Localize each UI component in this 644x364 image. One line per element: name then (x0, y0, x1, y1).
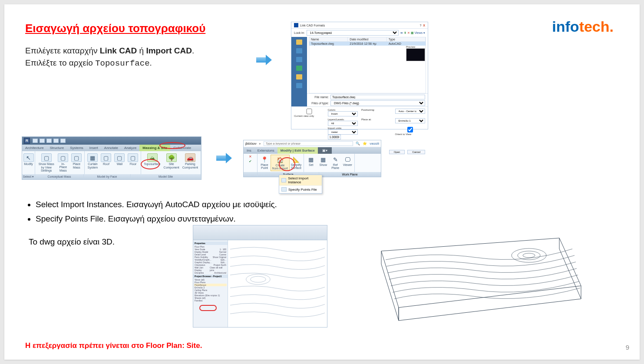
specify-points-file-item[interactable]: Specify Points File (279, 186, 322, 193)
units-scale-input[interactable] (328, 135, 341, 139)
current-view-checkbox[interactable] (294, 109, 324, 114)
toposurface-button[interactable]: ⛰Toposurface (142, 152, 162, 170)
filename-input[interactable] (330, 95, 425, 99)
show-mass-button[interactable]: ▢Show Massby View Settings (36, 152, 56, 173)
help-button[interactable]: ? (420, 24, 422, 27)
layers-dropdown[interactable]: All (328, 121, 358, 126)
import-instance-icon (281, 178, 286, 182)
points-file-icon (281, 187, 287, 192)
tab-systems[interactable]: Systems (67, 145, 86, 151)
colors-dropdown[interactable]: Invert (328, 111, 358, 116)
open-button[interactable]: Open (389, 150, 405, 154)
col-date[interactable]: Date modified (348, 37, 386, 41)
workplane-panel-label: Work Plane (319, 172, 381, 177)
signin-icon[interactable]: ⭐ (363, 142, 367, 146)
svg-point-1 (251, 276, 266, 282)
model-site-label: Model Site (131, 174, 201, 179)
arrow-icon (256, 56, 274, 64)
revit-ribbon-massing-site: R Architecture Structure Systems Insert … (22, 136, 201, 180)
svg-point-0 (246, 274, 271, 285)
newfolder-icon[interactable]: ▦ (411, 31, 414, 35)
lookin-dropdown[interactable]: 14-Τοπογραφικό (307, 30, 399, 36)
network-icon[interactable] (296, 66, 302, 71)
tab-panel-icon[interactable]: ▣▾ (318, 147, 332, 154)
positioning-label: Positioning: (361, 109, 376, 111)
type-command-text: βάλλον (245, 142, 257, 146)
current-view-label: Current view only (294, 115, 314, 117)
views-dropdown[interactable]: Views ▾ (415, 31, 426, 35)
tab-insert[interactable]: Insert (86, 145, 101, 151)
show-button[interactable]: ▦Show (317, 155, 329, 170)
site-component-button[interactable]: 🌳SiteComponent (162, 152, 181, 170)
computer-icon[interactable] (296, 57, 302, 62)
brand-logo: infotech. (552, 18, 614, 35)
browser-item[interactable]: Families (194, 299, 227, 302)
tab-massing-site[interactable]: Massing & Site (139, 145, 170, 151)
icon[interactable]: ✕ (249, 155, 252, 159)
tab-modify-edit-surface[interactable]: Modify | Edit Surface (277, 147, 318, 154)
create-from-import-button[interactable]: 🏠Createfrom Import (271, 155, 290, 171)
place-mass-button[interactable]: ▢PlaceMass (70, 152, 83, 173)
dialog-places-bar (291, 37, 307, 106)
qat-open-icon[interactable] (33, 139, 38, 143)
viewer-button[interactable]: 🖵Viewer (341, 155, 353, 170)
qat-print-icon[interactable] (60, 139, 66, 143)
tab-collaborate[interactable]: Collaborate (170, 145, 194, 151)
filetype-label: Files of type: (310, 102, 329, 105)
tab-analyze[interactable]: Analyze (121, 145, 139, 151)
plan-view-canvas (228, 240, 327, 327)
documents-icon[interactable] (296, 48, 302, 53)
desktop-icon[interactable] (296, 83, 302, 88)
icon[interactable]: ✔ (249, 159, 252, 163)
file-row[interactable]: Toposurface.dwg 21/9/2016 12:58 πμ AutoC… (309, 42, 426, 46)
placeat-dropdown[interactable]: Επίπεδο 1 (395, 118, 426, 123)
floor-button[interactable]: ▢Floor (126, 152, 139, 170)
col-name[interactable]: Name (309, 37, 348, 41)
tab-architecture[interactable]: Architecture (22, 145, 47, 151)
roof-button[interactable]: ▢Roof (99, 152, 112, 170)
qat-undo-icon[interactable] (46, 139, 52, 143)
ref-plane-button[interactable]: ✎RefPlane (329, 155, 341, 170)
history-icon[interactable] (296, 40, 302, 45)
filetype-dropdown[interactable]: DWG Files (*.dwg) (330, 100, 425, 106)
modify-button[interactable]: ↖Modify (23, 152, 33, 167)
placeat-label: Place at: (361, 118, 373, 121)
model-by-face-label: Model by Face (84, 174, 131, 179)
terrain-3d-view (364, 225, 585, 328)
tab-extensions[interactable]: Extensions (254, 147, 277, 154)
tab-structure[interactable]: Structure (47, 145, 67, 151)
delete-icon[interactable]: ✕ (407, 31, 410, 35)
cancel-button[interactable]: Cancel (407, 150, 425, 154)
simplify-surface-button[interactable]: 📐SimplifySurface (290, 155, 303, 171)
create-from-import-dropdown: Select Import Instance Specify Points Fi… (279, 175, 322, 194)
select-panel-label: Select ▾ (22, 174, 35, 179)
units-dropdown[interactable]: meter (328, 129, 358, 135)
bullet-list: Select Import Instances. Εισαγωγή AutoCA… (25, 198, 277, 227)
favorites-icon[interactable] (296, 74, 302, 79)
select-import-instance-item[interactable]: Select Import Instance (279, 175, 322, 186)
properties-header: Properties (193, 242, 228, 245)
infocenter-icon[interactable]: 🔍 (356, 142, 360, 146)
close-button[interactable]: X (423, 24, 425, 27)
dwg-3d-note: Το dwg αρχείο είναι 3D. (29, 237, 115, 247)
positioning-dropdown[interactable]: Auto - Center to Center (395, 109, 426, 114)
app-menu-icon[interactable]: R (24, 138, 30, 144)
curtain-system-button[interactable]: ▦CurtainSystem (86, 152, 99, 170)
prop-row: DisciplineArchitectural (194, 271, 227, 274)
back-icon[interactable]: ⬅ (400, 31, 403, 35)
parking-button[interactable]: 🚗ParkingComponent (181, 152, 199, 170)
qat-redo-icon[interactable] (53, 139, 59, 143)
place-point-button[interactable]: 📍PlacePoint (258, 155, 271, 171)
tab-annotate[interactable]: Annotate (101, 145, 121, 151)
svg-point-4 (523, 253, 535, 258)
wall-button[interactable]: ▢Wall (113, 152, 126, 170)
tab-ins[interactable]: Ins (244, 147, 254, 154)
col-type[interactable]: Type (387, 37, 426, 41)
up-icon[interactable]: ⬆ (404, 31, 406, 35)
orient-checkbox[interactable] (395, 127, 426, 132)
set-button[interactable]: ▦Set (305, 155, 317, 170)
inplace-mass-button[interactable]: ▢In-PlaceMass (56, 152, 69, 173)
conceptual-mass-label: Conceptual Mass (35, 174, 84, 179)
qat-save-icon[interactable] (40, 139, 45, 143)
search-input[interactable] (264, 141, 353, 146)
